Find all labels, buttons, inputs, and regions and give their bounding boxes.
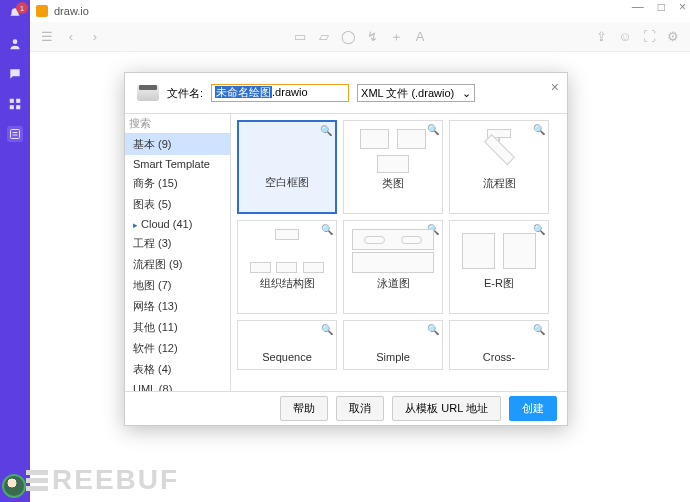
app-logo-icon (36, 5, 48, 17)
menu-icon[interactable]: ☰ (40, 30, 54, 44)
disk-icon (137, 85, 159, 101)
text-tool-icon[interactable]: A (413, 30, 427, 44)
category-item[interactable]: 流程图 (9) (125, 254, 230, 275)
template-blank[interactable]: 🔍空白框图 (237, 120, 337, 214)
template-swimlane[interactable]: 🔍 泳道图 (343, 220, 443, 314)
search-input[interactable]: 搜索 (125, 114, 230, 134)
avatar[interactable] (2, 474, 26, 498)
watermark: REEBUF (26, 464, 179, 496)
filename-label: 文件名: (167, 86, 203, 101)
settings-icon[interactable]: ⚙ (666, 30, 680, 44)
svg-rect-1 (10, 99, 14, 103)
app-sidebar: 1 (0, 0, 30, 502)
template-org[interactable]: 🔍 组织结构图 (237, 220, 337, 314)
svg-rect-6 (13, 132, 18, 133)
chevron-left-icon[interactable]: ‹ (64, 30, 78, 44)
category-item[interactable]: UML (8) (125, 380, 230, 391)
expand-icon: ▸ (133, 220, 138, 230)
category-list[interactable]: 基本 (9) Smart Template 商务 (15) 图表 (5) ▸Cl… (125, 134, 230, 391)
category-item[interactable]: Smart Template (125, 155, 230, 173)
window-title: draw.io (54, 5, 89, 17)
collab-icon[interactable]: ☺ (618, 30, 632, 44)
share-icon[interactable]: ⇪ (594, 30, 608, 44)
template-simple[interactable]: 🔍Simple (343, 320, 443, 370)
template-flowchart[interactable]: 🔍 流程图 (449, 120, 549, 214)
category-item[interactable]: 工程 (3) (125, 233, 230, 254)
filetype-select[interactable]: XML 文件 (.drawio)⌄ (357, 84, 475, 102)
category-item[interactable]: 其他 (11) (125, 317, 230, 338)
dialog-footer: 帮助 取消 从模板 URL 地址 创建 (125, 391, 567, 425)
template-class[interactable]: 🔍 类图 (343, 120, 443, 214)
create-button[interactable]: 创建 (509, 396, 557, 421)
rect-tool-icon[interactable]: ▭ (293, 30, 307, 44)
category-item[interactable]: 表格 (4) (125, 359, 230, 380)
grid-icon[interactable] (7, 96, 23, 112)
page-tool-icon[interactable]: ▱ (317, 30, 331, 44)
notification-badge: 1 (16, 2, 28, 14)
category-item[interactable]: 商务 (15) (125, 173, 230, 194)
title-bar: draw.io ― □ × (30, 0, 690, 22)
svg-rect-3 (10, 105, 14, 109)
template-grid: 🔍空白框图 🔍 类图 🔍 流程图 🔍 组织结构图 🔍 泳道图 🔍 E- (231, 114, 567, 391)
category-item[interactable]: 网络 (13) (125, 296, 230, 317)
layout-icon[interactable] (7, 126, 23, 142)
category-item[interactable]: ▸Cloud (41) (125, 215, 230, 233)
chat-icon[interactable] (7, 66, 23, 82)
chevron-right-icon[interactable]: › (88, 30, 102, 44)
from-url-button[interactable]: 从模板 URL 地址 (392, 396, 501, 421)
category-item[interactable]: 地图 (7) (125, 275, 230, 296)
svg-rect-2 (16, 99, 20, 103)
svg-rect-4 (16, 105, 20, 109)
dialog-close-button[interactable]: × (551, 79, 559, 95)
route-tool-icon[interactable]: ↯ (365, 30, 379, 44)
new-file-dialog: 文件名: 未命名绘图.drawio XML 文件 (.drawio)⌄ × 搜索… (124, 72, 568, 426)
category-item[interactable]: 图表 (5) (125, 194, 230, 215)
user-icon[interactable] (7, 36, 23, 52)
close-window-button[interactable]: × (679, 0, 686, 14)
fullscreen-icon[interactable]: ⛶ (642, 30, 656, 44)
plus-tool-icon[interactable]: ＋ (389, 30, 403, 44)
svg-rect-5 (11, 130, 20, 139)
ellipse-tool-icon[interactable]: ◯ (341, 30, 355, 44)
filename-input[interactable]: 未命名绘图.drawio (211, 84, 349, 102)
magnify-icon[interactable]: 🔍 (427, 324, 439, 335)
svg-rect-7 (13, 135, 18, 136)
toolbar: ☰ ‹ › ▭ ▱ ◯ ↯ ＋ A ⇪ ☺ ⛶ ⚙ (30, 22, 690, 52)
template-er[interactable]: 🔍 E-R图 (449, 220, 549, 314)
magnify-icon[interactable]: 🔍 (320, 125, 332, 136)
template-sequence[interactable]: 🔍Sequence (237, 320, 337, 370)
category-item[interactable]: 软件 (12) (125, 338, 230, 359)
cancel-button[interactable]: 取消 (336, 396, 384, 421)
category-item[interactable]: 基本 (9) (125, 134, 230, 155)
notification-icon[interactable]: 1 (7, 6, 23, 22)
category-column: 搜索 基本 (9) Smart Template 商务 (15) 图表 (5) … (125, 114, 231, 391)
template-cross[interactable]: 🔍Cross- (449, 320, 549, 370)
chevron-down-icon: ⌄ (462, 87, 471, 100)
minimize-button[interactable]: ― (632, 0, 644, 14)
dialog-header: 文件名: 未命名绘图.drawio XML 文件 (.drawio)⌄ × (125, 73, 567, 113)
magnify-icon[interactable]: 🔍 (533, 324, 545, 335)
help-button[interactable]: 帮助 (280, 396, 328, 421)
magnify-icon[interactable]: 🔍 (321, 324, 333, 335)
svg-point-0 (13, 39, 18, 44)
maximize-button[interactable]: □ (658, 0, 665, 14)
